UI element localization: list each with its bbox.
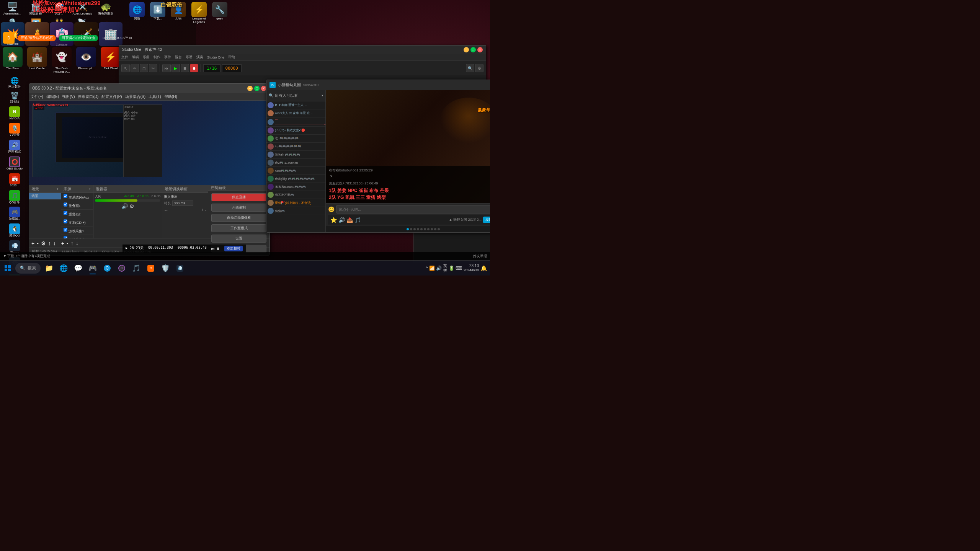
obs-minimize[interactable]: ─ (247, 86, 253, 91)
icon-sims[interactable]: 🏠 The Sims (1, 46, 24, 75)
obs-menu-view[interactable]: 视图(V) (62, 94, 75, 99)
obs-menu-edit[interactable]: 编辑(E) (46, 94, 59, 99)
tray-icon-1[interactable]: ^ (426, 266, 428, 271)
icon-dark-pictures[interactable]: 👻 The Dark Pictures A... (50, 46, 74, 75)
sidebar-icon-obs[interactable]: ⭕ OBS Studio (3, 155, 26, 172)
studio-record[interactable]: ⏺ (190, 64, 198, 72)
obs-source-text[interactable]: 文本(GDI+) (61, 218, 93, 227)
tray-network-icon[interactable]: 📶 (429, 266, 435, 271)
studio-menu-help[interactable]: 帮助 (228, 55, 235, 60)
studio-eraser-tool[interactable]: ◻ (140, 64, 148, 72)
sidebar-icon-sound[interactable]: 🔊 声音·格式 (3, 139, 26, 155)
taskbar-app-explorer[interactable]: 📁 (42, 261, 56, 275)
obs-add-scene[interactable]: + (31, 240, 34, 246)
studio-stop[interactable]: ⏹ (181, 64, 189, 72)
obs-scene-down[interactable]: ↓ (53, 240, 56, 246)
studio-rewind[interactable]: ⏮ (162, 64, 171, 72)
studio-menu-file[interactable]: 文件 (121, 55, 128, 60)
sidebar-icon-gameplus[interactable]: 🎮 游戏加... (3, 205, 26, 222)
tray-volume-icon[interactable]: 🔊 (436, 266, 442, 271)
obs-minus-icon[interactable]: - (205, 207, 206, 213)
taskbar-app-shield[interactable]: 🛡️ (158, 261, 172, 275)
obs-studio-mode[interactable]: 工作室模式 (211, 224, 266, 232)
obs-menu-tools[interactable]: 工具(T) (149, 94, 161, 99)
taskbar-app-edge[interactable]: 🌐 (57, 261, 70, 275)
sidebar-icon-nvidia[interactable]: N NVIDIA (3, 105, 26, 122)
mixer-settings-icon[interactable]: ⚙ (129, 203, 134, 209)
sidebar-icon-yy[interactable]: 🎙️ YY语音 (3, 122, 26, 138)
bili-fans-btn[interactable]: 🎵 (354, 217, 361, 223)
icon-network[interactable]: 🌐 网络 (127, 1, 147, 25)
obs-source-game2[interactable]: 游戏采集集 (61, 235, 93, 238)
sidebar-icon-network[interactable]: 🌐 网上邻居 (3, 75, 26, 90)
add-boost-btn[interactable]: 添加超时 (224, 246, 243, 251)
banner-btn-shirt[interactable]: 可获得小白绿定制T恤 (59, 35, 98, 41)
icon-lol[interactable]: ⚡ League of Legends (189, 1, 209, 25)
obs-start-record[interactable]: 开始录制 (211, 204, 266, 212)
studio-close[interactable]: ✕ (477, 47, 483, 52)
sidebar-icon-cal[interactable]: 📅 2023... (3, 172, 26, 189)
studio-menu-edit[interactable]: 编辑 (132, 55, 139, 60)
taskbar-app-rabbithole[interactable]: R (144, 261, 158, 275)
bili-share-btn[interactable]: 📤 (346, 217, 353, 223)
obs-menu-file[interactable]: 文件(F) (31, 94, 43, 99)
studio-menu-studio[interactable]: Studio One (207, 55, 224, 59)
icon-geek[interactable]: 🔧 geek (210, 1, 230, 25)
icon-administrator[interactable]: 🖥️ Administrat... (1, 1, 24, 17)
obs-auto-camera[interactable]: 自动启动摄像机 (211, 214, 266, 222)
obs-source-remove[interactable]: - (67, 240, 69, 246)
sidebar-icon-qq[interactable]: 🐧 腾讯QQ (3, 222, 26, 239)
obs-source-overlay1[interactable]: 重叠画1 (61, 201, 93, 210)
banner-btn-vip[interactable]: 开通/续费钻石称粉石 (18, 35, 56, 41)
bili-app-center[interactable]: 应用中心 (483, 217, 490, 223)
obs-stop-stream[interactable]: 停止直播 (211, 193, 266, 201)
studio-minimize[interactable]: ─ (464, 47, 469, 52)
studio-pencil-tool[interactable]: ✏ (131, 64, 139, 72)
taskbar-app-chat[interactable]: 💬 (71, 261, 85, 275)
taskbar-app-steam[interactable]: 💨 (173, 261, 187, 275)
bili-like-btn[interactable]: ⭐ (330, 217, 337, 223)
obs-scene-settings[interactable]: ⚙ (41, 240, 46, 246)
studio-settings[interactable]: ⚙ (475, 64, 483, 72)
timer-pause[interactable]: ⏸ (216, 247, 220, 251)
obs-settings-btn[interactable]: 设置 (211, 235, 266, 243)
studio-zoom-in[interactable]: 🔍 (466, 64, 474, 72)
taskbar-app-game[interactable]: 🎮 (86, 261, 100, 275)
obs-menu-dock[interactable]: 停靠窗口(D) (78, 94, 98, 99)
obs-source-add[interactable]: + (61, 240, 64, 246)
studio-cursor-tool[interactable]: ↖ (121, 64, 130, 72)
obs-menu-profile[interactable]: 配置文件(P) (101, 94, 122, 99)
timer-prev[interactable]: ⏮ (211, 247, 215, 251)
obs-scene-item[interactable]: 场景 (29, 193, 61, 200)
studio-maximize[interactable]: □ (470, 47, 476, 52)
studio-menu-mix[interactable]: 混合 (175, 55, 182, 60)
obs-source-main[interactable]: 主系统风/Aux (61, 193, 93, 201)
obs-source-down[interactable]: ↓ (76, 240, 78, 246)
taskbar-search-box[interactable]: 🔍 搜索 (15, 263, 41, 274)
obs-menu-help[interactable]: 帮助(H) (164, 94, 177, 99)
bili-chat-scroll[interactable]: ▶ ♥ 本師 通谁一主人 ... kashi大人 の 豪华 海景 庄 ... 一… (266, 101, 325, 232)
obs-scene-up[interactable]: ↑ (48, 240, 51, 246)
taskbar-app-circle[interactable]: Q (100, 261, 114, 275)
taskbar-lang-indicator[interactable]: 英 拼 (443, 264, 447, 273)
studio-menu-event[interactable]: 事件 (164, 55, 171, 60)
sidebar-icon-qqmusic[interactable]: 🎵 QQ音乐 (3, 189, 26, 205)
icon-phasmo[interactable]: 👁️ Phasmopl... (74, 46, 98, 75)
bili-coin-btn[interactable]: 🔊 (338, 217, 345, 223)
obs-close[interactable]: ✕ (261, 86, 266, 91)
studio-menu-produce[interactable]: 制作 (154, 55, 160, 60)
taskbar-app-music[interactable]: 🎵 (129, 261, 143, 275)
studio-scissors-tool[interactable]: ✂ (149, 64, 157, 72)
mixer-mute[interactable]: 🔊 (121, 203, 128, 209)
obs-source-overlay2[interactable]: 重叠画2 (61, 210, 93, 218)
obs-source-game1[interactable]: 游戏采集1 (61, 227, 93, 235)
studio-menu-perform[interactable]: 演奏 (196, 55, 203, 60)
taskbar-notifications[interactable]: 🔔 (480, 265, 487, 271)
obs-remove-scene[interactable]: - (37, 240, 39, 246)
obs-plus-icon[interactable]: + (201, 207, 204, 213)
battery-icon[interactable]: 🔋 (449, 266, 454, 271)
studio-menu-song[interactable]: 乐曲 (143, 55, 150, 60)
obs-menu-scene-coll[interactable]: 场景集合(S) (125, 94, 145, 99)
bili-chat-input[interactable] (336, 205, 490, 214)
bili-emoji-btn[interactable]: 😊 (328, 206, 335, 212)
